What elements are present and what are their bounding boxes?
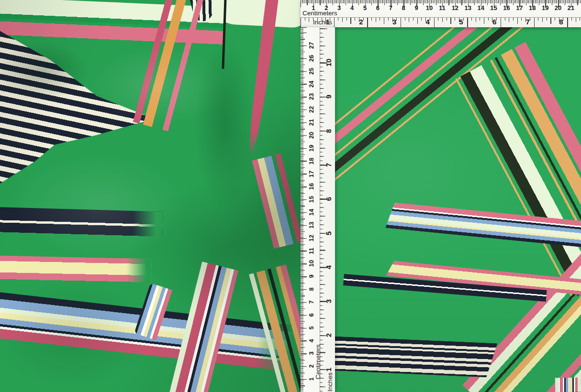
inch-scale-numbers: 12345678 [301,0,581,27]
inch-number: 6 [324,197,333,201]
inch-number: 2 [324,333,333,337]
inches-label: Inches [326,372,334,392]
inch-number: 8 [324,129,333,132]
stripe-band-navy-cream-middle [0,207,163,238]
draped-fabric-half [0,0,301,392]
inch-number: 7 [324,163,333,167]
inch-number: 1 [324,368,333,371]
inch-number: 5 [459,18,463,26]
stripe-band-navy-cream-bottom [335,336,497,378]
inch-number: 4 [324,265,333,269]
inch-number: 6 [492,18,496,26]
inch-number: 2 [359,18,363,26]
inch-number: 7 [526,18,530,26]
inch-number: 3 [392,18,396,26]
centimeters-label: Centimeters [314,345,322,380]
flat-fabric-swatch [335,27,581,392]
stripe-band-right-edge-multicolor [252,150,301,249]
inch-number: 9 [324,95,333,98]
flat-fabric-half: 123456789101112131415161718192021 Centim… [301,0,581,392]
inch-number: 10 [324,59,333,67]
inch-number: 3 [324,299,333,303]
horizontal-ruler: 123456789101112131415161718192021 Centim… [301,0,581,27]
stripe-band-corner-patch [555,378,581,392]
inch-number: 8 [559,18,563,26]
vertical-ruler: 2726252423222120191817161514131211109876… [301,27,335,392]
inch-number: 5 [324,231,333,235]
fabric-product-photo: 123456789101112131415161718192021 Centim… [0,0,581,392]
inch-number: 4 [426,18,430,26]
inch-number: 1 [326,18,330,26]
stripe-band-pink-yellow [0,256,152,285]
inch-scale-numbers: 10987654321 [301,27,335,392]
stripe-band-diagonal-top-right [454,42,581,300]
